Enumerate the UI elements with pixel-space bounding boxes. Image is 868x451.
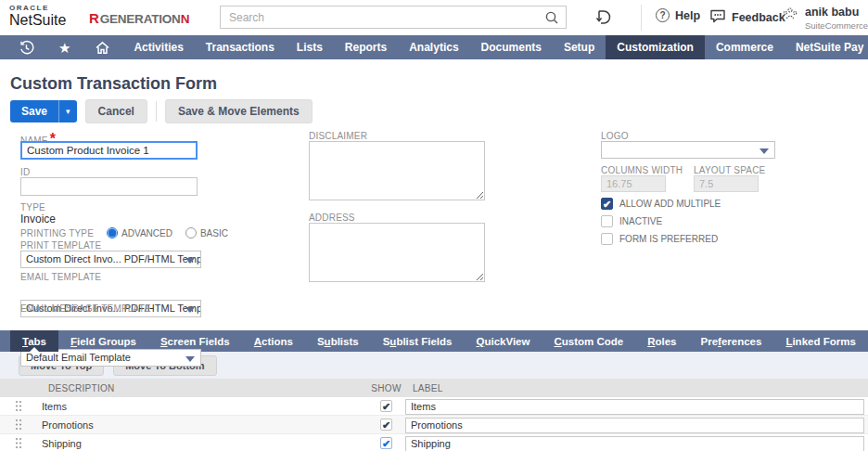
tab-roles[interactable]: Roles	[635, 330, 688, 352]
global-search-input[interactable]	[221, 6, 566, 28]
tab-preferences[interactable]: Preferences	[689, 330, 774, 352]
feedback-icon	[709, 8, 726, 26]
help-label: Help	[675, 9, 700, 22]
email-message-template-label: EMAIL MESSAGE TEMPLATE	[20, 303, 151, 314]
home-icon[interactable]	[83, 35, 122, 59]
printing-type-basic-radio[interactable]: BASIC	[185, 227, 228, 238]
row-description: Shipping	[37, 438, 367, 449]
printing-type-label: PRINTING TYPE	[20, 228, 94, 238]
nav-item-customization[interactable]: Customization	[606, 35, 705, 59]
button-separator	[156, 101, 157, 122]
global-search	[220, 6, 567, 29]
nav-item-setup[interactable]: Setup	[553, 35, 606, 59]
form-body: NAME* ID TYPE Invoice PRINTING TYPE ADVA…	[10, 131, 858, 330]
checkbox-unchecked-icon	[601, 233, 613, 245]
main-navbar: ★ Activities Transactions Lists Reports …	[0, 35, 868, 59]
help-button[interactable]: ? Help	[656, 8, 700, 22]
user-name: anik babu	[805, 6, 868, 19]
brand-generation-text: GENERATION	[100, 12, 181, 26]
layout-space-label: LAYOUT SPACE	[694, 165, 765, 175]
columns-width-label: COLUMNS WIDTH	[601, 165, 683, 175]
print-template-select[interactable]: Custom Direct Invo... PDF/HTML Template	[20, 251, 201, 268]
address-textarea[interactable]	[309, 223, 485, 282]
columns-width-input	[601, 175, 666, 192]
name-input[interactable]	[20, 141, 198, 160]
user-info: anik babu SuiteCommerce Tra	[805, 6, 868, 31]
drag-handle-icon[interactable]	[15, 400, 22, 412]
form-column-right: LOGO COLUMNS WIDTH LAYOUT SPACE ✔ ALLOW …	[601, 131, 786, 148]
disclaimer-textarea[interactable]	[309, 141, 485, 200]
nav-item-netsuite-pay[interactable]: NetSuite Pay	[785, 35, 868, 59]
user-role: SuiteCommerce Tra	[805, 20, 868, 31]
chevron-down-icon	[185, 356, 195, 362]
top-header: ORACLE NetSuite RGENERATIONN ? Help Feed…	[0, 0, 868, 35]
table-header-row: DESCRIPTION SHOW LABEL	[0, 379, 868, 397]
id-input[interactable]	[20, 177, 198, 196]
page-title: Custom Transaction Form	[10, 74, 858, 94]
header-divider	[641, 5, 642, 31]
row-description: Promotions	[37, 419, 367, 431]
tab-screen-fields[interactable]: Screen Fields	[148, 330, 242, 352]
nav-item-transactions[interactable]: Transactions	[195, 35, 286, 59]
oracle-wordmark: ORACLE	[9, 5, 66, 12]
subtab-bar: Tabs Field Groups Screen Fields Actions …	[0, 330, 868, 352]
inactive-checkbox[interactable]: INACTIVE	[601, 215, 662, 227]
layout-space-input	[694, 175, 759, 192]
recent-records-icon[interactable]	[0, 35, 46, 59]
row-label-input[interactable]	[405, 399, 864, 415]
tab-sublist-fields[interactable]: Sublist Fields	[371, 330, 465, 352]
netsuite-logo[interactable]: ORACLE NetSuite	[9, 5, 66, 28]
tab-sublists[interactable]: Sublists	[305, 330, 371, 352]
show-checkbox[interactable]: ✔	[367, 400, 405, 412]
form-is-preferred-checkbox[interactable]: FORM IS PREFERRED	[601, 233, 718, 245]
radio-selected-icon	[107, 227, 118, 238]
advanced-option-label: ADVANCED	[121, 228, 172, 238]
checkbox-unchecked-icon	[601, 215, 613, 227]
row-label-input[interactable]	[405, 418, 864, 433]
tab-custom-code[interactable]: Custom Code	[542, 330, 635, 352]
tab-actions[interactable]: Actions	[242, 330, 305, 352]
tab-field-groups[interactable]: Field Groups	[58, 330, 148, 352]
nav-item-activities[interactable]: Activities	[122, 35, 194, 59]
label-column-header: LABEL	[405, 383, 868, 393]
chevron-down-icon	[185, 307, 195, 313]
save-dropdown-caret-icon[interactable]: ▾	[58, 100, 77, 122]
table-row: Shipping ✔	[0, 434, 868, 451]
nav-item-lists[interactable]: Lists	[286, 35, 334, 59]
form-column-left: NAME* ID TYPE Invoice PRINTING TYPE ADVA…	[20, 131, 201, 184]
nav-item-analytics[interactable]: Analytics	[398, 35, 469, 59]
action-buttons: Save ▾ Cancel Save & Move Elements	[10, 100, 858, 122]
quick-actions-icon[interactable]	[594, 8, 611, 30]
label-cell	[405, 397, 868, 415]
cancel-button[interactable]: Cancel	[85, 99, 147, 123]
tab-quickview[interactable]: QuickView	[464, 330, 542, 352]
show-checkbox[interactable]: ✔	[367, 419, 405, 431]
print-template-label: PRINT TEMPLATE	[20, 240, 101, 251]
tab-tabs[interactable]: Tabs	[10, 330, 58, 352]
disclaimer-label: DISCLAIMER	[309, 131, 367, 141]
nav-item-commerce[interactable]: Commerce	[705, 35, 785, 59]
nav-item-reports[interactable]: Reports	[334, 35, 398, 59]
radio-unselected-icon	[185, 227, 197, 238]
save-button[interactable]: Save	[10, 100, 58, 122]
allow-add-multiple-checkbox[interactable]: ✔ ALLOW ADD MULTIPLE	[601, 198, 721, 210]
chevron-down-icon	[760, 148, 769, 154]
nav-item-documents[interactable]: Documents	[470, 35, 553, 59]
table-row: Items ✔	[0, 397, 868, 416]
show-checkbox[interactable]: ✔	[367, 437, 405, 449]
drag-handle-icon[interactable]	[15, 419, 22, 431]
shortcuts-star-icon[interactable]: ★	[46, 35, 83, 59]
form-is-preferred-label: FORM IS PREFERRED	[619, 234, 718, 244]
search-icon[interactable]	[544, 10, 559, 29]
basic-option-label: BASIC	[200, 228, 228, 238]
row-label-input[interactable]	[405, 436, 864, 451]
user-menu[interactable]: anik babu SuiteCommerce Tra	[782, 6, 868, 31]
checkbox-checked-icon: ✔	[601, 198, 613, 210]
save-move-elements-button[interactable]: Save & Move Elements	[165, 99, 313, 123]
tab-linked-forms[interactable]: Linked Forms	[773, 330, 867, 352]
drag-handle-icon[interactable]	[15, 437, 22, 449]
printing-type-advanced-radio[interactable]: ADVANCED	[107, 227, 172, 238]
feedback-label: Feedback	[732, 11, 785, 24]
logo-select[interactable]	[601, 141, 775, 159]
feedback-button[interactable]: Feedback	[709, 8, 785, 26]
